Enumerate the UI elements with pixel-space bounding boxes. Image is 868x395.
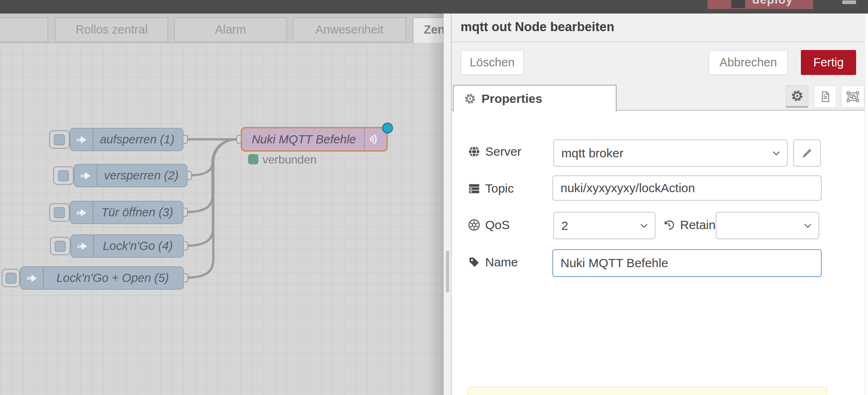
- dialog-title: mqtt out Node bearbeiten: [461, 20, 614, 34]
- pencil-icon: [801, 148, 813, 159]
- qos-select[interactable]: 2: [553, 212, 656, 239]
- chevron-down-icon: [803, 221, 813, 231]
- inject-node-aufsperren[interactable]: aufsperren (1): [70, 128, 183, 151]
- node-label: Tür öffnen (3): [94, 202, 180, 223]
- object-group-icon: [846, 90, 859, 103]
- delete-button[interactable]: Löschen: [461, 50, 524, 75]
- inject-trigger-button-4[interactable]: [50, 237, 70, 255]
- qos-empire-icon: [468, 219, 480, 231]
- description-icon-button[interactable]: [814, 85, 836, 108]
- inject-node-lockngo-open[interactable]: Lock'n'Go + Open (5): [20, 266, 184, 290]
- inject-node-lockngo[interactable]: Lock'n'Go (4): [70, 234, 184, 258]
- deploy-label: deploy: [732, 0, 813, 7]
- workspace-tab-rollos-zentral[interactable]: Rollos zentral: [55, 17, 168, 42]
- dialog-form: Server mqtt broker Topic: [452, 111, 868, 395]
- node-modified-indicator: [382, 123, 393, 134]
- server-select-value: mqtt broker: [561, 146, 624, 160]
- qos-select-value: 2: [561, 219, 568, 233]
- edit-tray: mqtt out Node bearbeiten Löschen Abbrech…: [451, 14, 868, 395]
- chevron-down-icon: [639, 221, 649, 231]
- topic-field-label: Topic: [468, 182, 514, 195]
- divider: [452, 41, 868, 42]
- gear-icon: [464, 93, 476, 104]
- topic-input[interactable]: [552, 175, 822, 201]
- inject-trigger-button-1[interactable]: [49, 130, 70, 149]
- inject-node-versperren[interactable]: versperren (2): [74, 164, 188, 187]
- tag-icon: [468, 256, 480, 268]
- gear-icon: [791, 90, 803, 102]
- mqtt-status-text: verbunden: [262, 153, 316, 166]
- workspace-tab-partial[interactable]: [0, 17, 48, 42]
- retain-field-label: Retain: [663, 218, 716, 232]
- node-red-app: deploy Rollos zentral Alarm Anwesenheit …: [0, 0, 868, 395]
- cancel-button[interactable]: Abbrechen: [709, 50, 788, 75]
- node-label: Nuki MQTT Befehle: [244, 128, 363, 150]
- tray-scrollbar: [865, 14, 868, 395]
- tab-properties[interactable]: Properties: [453, 85, 617, 111]
- retain-select[interactable]: [716, 212, 819, 239]
- workspace-tab-alarm[interactable]: Alarm: [174, 17, 287, 42]
- chevron-down-icon: [771, 148, 781, 158]
- done-button[interactable]: Fertig: [801, 50, 856, 75]
- tasks-icon: [468, 182, 480, 195]
- node-label: Lock'n'Go (4): [95, 235, 181, 257]
- inject-arrow-icon: [70, 202, 93, 223]
- menu-hamburger-icon[interactable]: [842, 0, 856, 4]
- workspace-tabbar: Rollos zentral Alarm Anwesenheit Zen: [0, 14, 443, 43]
- inject-arrow-icon: [75, 165, 97, 186]
- inject-arrow-icon: [71, 235, 94, 257]
- tray-shadow: [427, 14, 443, 395]
- node-label: Lock'n'Go + Open (5): [45, 267, 181, 289]
- canvas-scrollbar: [443, 14, 451, 395]
- qos-field-label: QoS: [468, 218, 510, 232]
- inject-arrow-icon: [21, 267, 44, 289]
- node-label: versperren (2): [98, 165, 184, 186]
- node-label: aufsperren (1): [94, 129, 180, 150]
- name-field-label: Name: [468, 255, 518, 269]
- inject-trigger-button-5[interactable]: [2, 269, 20, 287]
- deploy-button[interactable]: deploy: [708, 0, 813, 9]
- canvas-scrollbar-thumb[interactable]: [446, 251, 449, 293]
- globe-icon: [468, 145, 480, 158]
- name-input[interactable]: [552, 249, 822, 277]
- mqtt-out-node-selected[interactable]: Nuki MQTT Befehle: [241, 127, 388, 152]
- edit-server-button[interactable]: [793, 139, 821, 167]
- inject-trigger-button-3[interactable]: [49, 203, 70, 222]
- server-field-label: Server: [468, 145, 521, 159]
- inject-trigger-button-2[interactable]: [53, 166, 74, 185]
- tip-box: Tipp: Behalten Sie das Topic "Artikel", …: [468, 387, 827, 395]
- inject-node-tuer-oeffnen[interactable]: Tür öffnen (3): [70, 201, 183, 224]
- inject-arrow-icon: [70, 129, 93, 150]
- history-icon: [663, 219, 675, 231]
- appearance-icon-button[interactable]: [841, 85, 864, 108]
- document-icon: [819, 91, 832, 103]
- app-header: deploy: [0, 0, 868, 14]
- server-select[interactable]: mqtt broker: [553, 139, 788, 167]
- workspace-tab-anwesenheit[interactable]: Anwesenheit: [293, 17, 406, 42]
- mqtt-status-dot: [248, 154, 258, 164]
- properties-icon-button[interactable]: [786, 85, 808, 108]
- tab-properties-label: Properties: [481, 92, 542, 106]
